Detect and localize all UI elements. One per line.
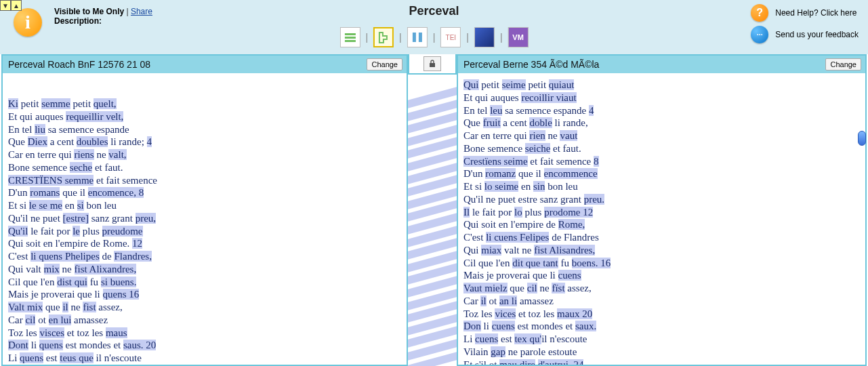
text-span: il n'escoute <box>94 352 142 363</box>
visibility-label: Visible to Me Only <box>54 7 124 16</box>
right-pane-title: Perceval Berne 354 Ã©d MÃ©la <box>462 59 599 70</box>
text-span: est mondes et <box>63 340 123 350</box>
left-change-button[interactable]: Change <box>367 58 402 70</box>
text-line: Car en terre qui riens ne valt, <box>8 148 401 161</box>
text-line: Car cil ot en lui amassez <box>8 314 401 327</box>
tei-button[interactable]: TEI <box>440 27 461 47</box>
highlighted-span: recoillir viaut <box>521 92 576 103</box>
text-span: amassez <box>517 296 554 306</box>
svg-rect-5 <box>430 63 435 67</box>
highlighted-span: li cuens Felipes <box>486 232 549 243</box>
text-span: le fait por <box>470 207 514 218</box>
highlighted-span: doble <box>529 117 552 128</box>
text-line: Et si lo seime en sin bon leu <box>463 180 853 193</box>
svg-rect-3 <box>413 33 416 42</box>
text-line: Mais je proverai que li cuens <box>463 269 853 282</box>
text-span: Car en terre qui <box>463 130 529 141</box>
highlighted-span: vaut <box>560 130 577 141</box>
text-span: assez, <box>565 283 592 293</box>
text-line: Valt mix que il ne fist assez, <box>8 301 401 314</box>
right-pane: Perceval Berne 354 Ã©d MÃ©la Change Qui … <box>457 54 867 366</box>
highlighted-span: saus. 20 <box>123 340 156 350</box>
text-span: et faut. <box>550 143 581 154</box>
highlighted-span: mau dire <box>499 359 535 365</box>
vm-button[interactable]: VM <box>508 27 529 47</box>
text-span: et fait semence <box>528 156 594 167</box>
toolbar-sep: | <box>500 32 503 43</box>
right-pane-header: Perceval Berne 354 Ã©d MÃ©la Change <box>458 56 865 73</box>
feedback-label: Send us your feedback <box>775 30 859 39</box>
text-line: Cil que l'en dist qui fu si buens. <box>8 276 401 289</box>
feedback-icon: ··· <box>751 26 768 43</box>
text-line: Toz les visces et toz les maus <box>8 327 401 340</box>
collapse-down-tab[interactable]: ▼ <box>0 0 11 11</box>
highlighted-span: riens <box>74 149 94 160</box>
text-line: Il le fait por lo plus prodome 12 <box>463 206 853 219</box>
highlighted-span: rien <box>529 130 545 141</box>
highlighted-span: semme <box>41 98 70 109</box>
highlighted-span: si buens. <box>101 277 137 287</box>
text-span: que <box>508 283 527 293</box>
text-line: C'est li quens Phelipes de Flandres, <box>8 250 401 263</box>
text-span: est mondes et <box>515 321 575 331</box>
connector-area <box>408 75 457 366</box>
text-span: li <box>481 321 492 331</box>
align-cols-button[interactable] <box>407 27 428 47</box>
text-line: Vilain gap ne parole estoute <box>463 346 853 359</box>
help-link[interactable]: ? Need Help? Click here <box>751 4 859 22</box>
feedback-link[interactable]: ··· Send us your feedback <box>751 26 859 43</box>
text-span: sa semence espande <box>45 124 129 135</box>
text-span: Li <box>8 352 20 363</box>
highlighted-span: miax <box>481 245 501 256</box>
align-rows-button[interactable] <box>339 27 360 47</box>
text-line: Bone semence seche et faut. <box>8 161 401 174</box>
text-span: Car <box>463 296 480 306</box>
align-flow-button[interactable] <box>373 27 394 47</box>
highlighted-span: fist <box>83 302 96 312</box>
lock-button[interactable] <box>423 56 441 71</box>
tei-icon: TEI <box>446 34 457 41</box>
highlighted-span: an li <box>499 296 517 306</box>
align-flow-icon <box>377 30 390 44</box>
text-line: Qui valt mix ne fist Alixandres, <box>8 263 401 276</box>
highlighted-span: Vaut mielz <box>463 283 508 293</box>
highlighted-span: quiaut <box>549 79 575 90</box>
text-span: il n'escoute <box>541 333 587 344</box>
highlighted-span: cil <box>25 314 35 325</box>
text-span: valt ne <box>501 245 534 256</box>
text-span: de <box>100 251 115 262</box>
text-line: Toz les vices et toz les maux 20 <box>463 308 853 321</box>
text-line: Cil que l'en dit que tant fu boens. 16 <box>463 257 853 270</box>
highlighted-span: seche <box>70 162 92 173</box>
text-span: que il <box>60 187 87 198</box>
highlighted-span: il <box>480 296 486 306</box>
highlighted-span: fist Alixandres, <box>75 264 137 274</box>
text-span: est <box>43 352 60 363</box>
highlighted-span: tex qu' <box>514 333 541 344</box>
highlighted-span: 12 <box>132 238 142 249</box>
text-span: Qu'il ne puet estre sanz grant <box>463 194 584 205</box>
text-span: ne parole estoute <box>505 346 577 357</box>
info-icon[interactable]: i <box>14 8 42 37</box>
book-button[interactable] <box>474 27 495 47</box>
right-text-body[interactable]: Qui petit seime petit quiautEt qui auque… <box>458 73 865 365</box>
right-change-button[interactable]: Change <box>825 58 861 70</box>
highlighted-span: maux 20 <box>557 308 592 319</box>
highlighted-span: cuens <box>475 333 498 344</box>
collapse-up-tab[interactable]: ▲ <box>11 0 22 11</box>
text-span: Qui soit en l'empire de Rome. <box>8 238 132 249</box>
highlighted-span: dit que tant <box>512 258 558 268</box>
highlighted-span: Il <box>463 207 470 218</box>
highlighted-span: si <box>77 200 84 211</box>
text-line: Crestïens seime et fait semence 8 <box>463 155 853 168</box>
share-link[interactable]: Share <box>131 7 152 16</box>
toolbar-sep: | <box>466 32 469 43</box>
highlighted-span: 4 <box>589 105 594 116</box>
text-span: que il <box>516 168 543 179</box>
highlighted-span: il <box>62 302 68 312</box>
toolbar-sep: | <box>365 32 368 43</box>
scrollbar-thumb[interactable] <box>858 131 866 146</box>
text-span: Cil que l'en <box>463 258 512 268</box>
text-span: assez, <box>96 302 123 312</box>
left-text-body[interactable]: Ki petit semme petit quelt,Et qui auques… <box>3 73 407 365</box>
